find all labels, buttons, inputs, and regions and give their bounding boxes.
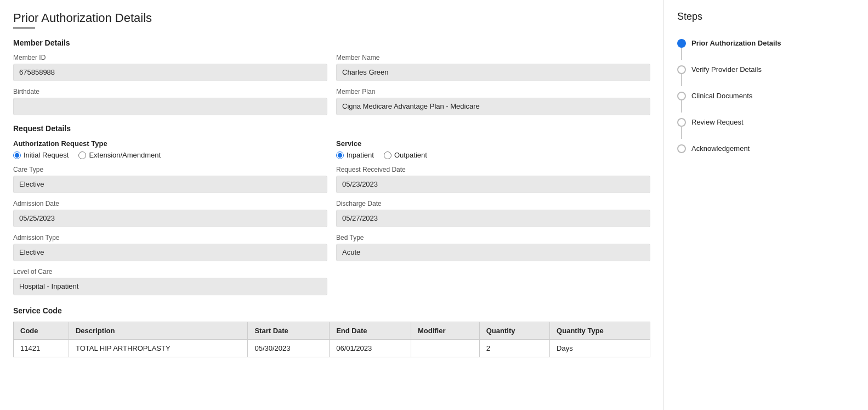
care-type-field[interactable]: Elective	[13, 176, 327, 193]
auth-request-type-options: Initial Request Extension/Amendment	[13, 151, 327, 159]
bed-type-field[interactable]: Acute	[336, 244, 650, 261]
auth-request-type-label: Authorization Request Type	[13, 139, 327, 148]
service-group: Service Inpatient Outpatient	[336, 139, 650, 159]
member-name-label: Member Name	[336, 54, 650, 61]
member-details-section: Member Details Member ID 675858988 Membe…	[13, 38, 650, 115]
member-plan-field[interactable]: Cigna Medicare Advantage Plan - Medicare	[336, 98, 650, 115]
initial-request-label: Initial Request	[24, 151, 69, 159]
col-description: Description	[69, 322, 247, 340]
auth-service-row: Authorization Request Type Initial Reque…	[13, 139, 650, 159]
col-quantity-type: Quantity Type	[550, 322, 650, 340]
cell-modifier	[411, 340, 479, 357]
step-label[interactable]: Acknowledgement	[691, 139, 750, 158]
outpatient-option[interactable]: Outpatient	[384, 151, 427, 159]
col-quantity: Quantity	[479, 322, 549, 340]
birthdate-field[interactable]	[13, 98, 327, 115]
level-of-care-label: Level of Care	[13, 268, 327, 276]
member-id-field[interactable]: 675858988	[13, 64, 327, 81]
level-of-care-group: Level of Care Hospital - Inpatient	[13, 268, 327, 295]
step-label[interactable]: Review Request	[691, 113, 744, 132]
request-details-section: Request Details Authorization Request Ty…	[13, 124, 650, 295]
inpatient-option[interactable]: Inpatient	[336, 151, 374, 159]
step-connector	[681, 74, 682, 86]
request-received-date-label: Request Received Date	[336, 166, 650, 173]
extension-amendment-radio[interactable]	[78, 151, 86, 159]
step-connector	[681, 127, 682, 139]
auth-request-type-group: Authorization Request Type Initial Reque…	[13, 139, 327, 159]
member-name-field[interactable]: Charles Green	[336, 64, 650, 81]
step-label[interactable]: Clinical Documents	[691, 86, 752, 105]
admission-type-label: Admission Type	[13, 234, 327, 241]
service-code-section: Service Code Code Description Start Date…	[13, 306, 650, 357]
admission-type-bed-type-row: Admission Type Elective Bed Type Acute	[13, 234, 650, 261]
care-type-group: Care Type Elective	[13, 166, 327, 193]
step-dot	[677, 65, 686, 74]
step-wrapper: Verify Provider Details	[677, 60, 787, 86]
page-title: Prior Authorization Details	[13, 11, 650, 25]
service-code-table: Code Description Start Date End Date Mod…	[13, 322, 650, 357]
admission-type-group: Admission Type Elective	[13, 234, 327, 261]
steps-list: Prior Authorization DetailsVerify Provid…	[677, 33, 787, 158]
member-id-label: Member ID	[13, 54, 327, 61]
cell-quantity: 2	[479, 340, 549, 357]
col-start-date: Start Date	[248, 322, 330, 340]
outpatient-radio[interactable]	[384, 151, 392, 159]
bed-type-group: Bed Type Acute	[336, 234, 650, 261]
admission-type-field[interactable]: Elective	[13, 244, 327, 261]
step-dot	[677, 118, 686, 127]
col-code: Code	[14, 322, 69, 340]
admission-discharge-row: Admission Date 05/25/2023 Discharge Date…	[13, 200, 650, 227]
cell-description: TOTAL HIP ARTHROPLASTY	[69, 340, 247, 357]
member-id-name-row: Member ID 675858988 Member Name Charles …	[13, 54, 650, 81]
cell-end_date: 06/01/2023	[330, 340, 411, 357]
step-label[interactable]: Prior Authorization Details	[691, 33, 781, 53]
step-wrapper: Prior Authorization Details	[677, 33, 787, 60]
admission-date-field[interactable]: 05/25/2023	[13, 210, 327, 227]
initial-request-radio[interactable]	[13, 151, 21, 159]
bed-type-label: Bed Type	[336, 234, 650, 241]
birthdate-plan-row: Birthdate Member Plan Cigna Medicare Adv…	[13, 88, 650, 115]
step-label[interactable]: Verify Provider Details	[691, 60, 762, 79]
cell-quantity_type: Days	[550, 340, 650, 357]
col-modifier: Modifier	[411, 322, 479, 340]
table-header-row: Code Description Start Date End Date Mod…	[14, 322, 650, 340]
inpatient-radio[interactable]	[336, 151, 344, 159]
member-name-group: Member Name Charles Green	[336, 54, 650, 81]
col-end-date: End Date	[330, 322, 411, 340]
step-connector	[681, 48, 682, 60]
step-connector	[681, 100, 682, 113]
step-wrapper: Review Request	[677, 113, 787, 139]
member-plan-label: Member Plan	[336, 88, 650, 96]
steps-title: Steps	[677, 11, 787, 23]
care-type-label: Care Type	[13, 166, 327, 173]
extension-amendment-option[interactable]: Extension/Amendment	[78, 151, 161, 159]
discharge-date-group: Discharge Date 05/27/2023	[336, 200, 650, 227]
step-wrapper: Clinical Documents	[677, 86, 787, 113]
step-wrapper: Acknowledgement	[677, 139, 787, 158]
title-underline	[13, 27, 35, 29]
level-of-care-field[interactable]: Hospital - Inpatient	[13, 278, 327, 295]
steps-sidebar: Steps Prior Authorization DetailsVerify …	[663, 0, 801, 410]
extension-amendment-label: Extension/Amendment	[89, 151, 161, 159]
service-options: Inpatient Outpatient	[336, 151, 650, 159]
discharge-date-label: Discharge Date	[336, 200, 650, 207]
admission-date-label: Admission Date	[13, 200, 327, 207]
request-received-date-field[interactable]: 05/23/2023	[336, 176, 650, 193]
service-code-title: Service Code	[13, 306, 650, 315]
admission-date-group: Admission Date 05/25/2023	[13, 200, 327, 227]
member-details-title: Member Details	[13, 38, 650, 47]
request-details-title: Request Details	[13, 124, 650, 133]
main-content: Prior Authorization Details Member Detai…	[0, 0, 663, 410]
birthdate-group: Birthdate	[13, 88, 327, 115]
step-dot	[677, 39, 686, 48]
cell-code: 11421	[14, 340, 69, 357]
cell-start_date: 05/30/2023	[248, 340, 330, 357]
birthdate-label: Birthdate	[13, 88, 327, 96]
request-received-date-group: Request Received Date 05/23/2023	[336, 166, 650, 193]
care-type-received-row: Care Type Elective Request Received Date…	[13, 166, 650, 193]
initial-request-option[interactable]: Initial Request	[13, 151, 69, 159]
service-label: Service	[336, 139, 650, 148]
table-row: 11421TOTAL HIP ARTHROPLASTY05/30/202306/…	[14, 340, 650, 357]
step-dot	[677, 92, 686, 100]
discharge-date-field[interactable]: 05/27/2023	[336, 210, 650, 227]
